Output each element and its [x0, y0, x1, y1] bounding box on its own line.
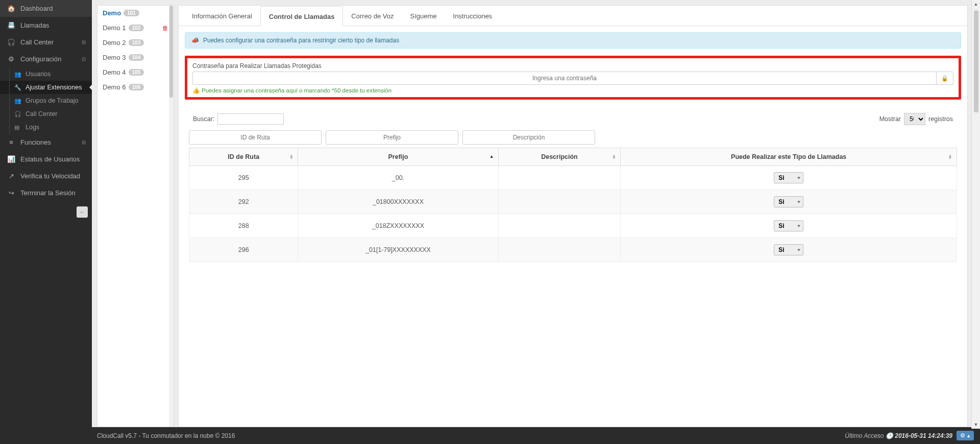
panel-scrollbar[interactable]	[169, 6, 174, 427]
sidebar-subitem-ajustar-extensiones[interactable]: 🔧 Ajustar Extensiones	[0, 81, 92, 94]
table-cell-id: 292	[189, 190, 298, 214]
sidebar-item-callcenter[interactable]: 🎧 Call Center	[0, 34, 92, 51]
users-icon: 👥	[14, 71, 21, 78]
col-header-descripcion[interactable]: Descripción ▲▼	[498, 148, 621, 166]
sidebar-item-logout[interactable]: ↪ Terminar la Sesión	[0, 184, 92, 201]
table-cell-status: Si	[621, 238, 957, 262]
table-cell-desc	[498, 166, 621, 190]
sort-icon: ▲▼	[948, 154, 952, 160]
headset-icon: 🎧	[14, 111, 21, 118]
table-cell-prefix: _018ZXXXXXXXX	[298, 214, 498, 238]
sidebar-subitem-label: Grupos de Trabajo	[26, 97, 79, 104]
sidebar-item-configuracion[interactable]: ⚙ Configuración	[0, 51, 92, 67]
extension-name: Demo 1	[103, 24, 126, 32]
tab-informacion-general[interactable]: Información General	[184, 6, 260, 26]
extension-name: Demo 6	[103, 83, 126, 91]
extension-item[interactable]: Demo 3104	[97, 50, 174, 65]
table-cell-id: 295	[189, 166, 298, 190]
sidebar-item-llamadas[interactable]: 📇 Llamadas	[0, 17, 92, 34]
footer-last-access-label: Último Acceso	[845, 432, 884, 439]
sidebar-item-label: Terminar la Sesión	[20, 189, 76, 197]
scroll-up-icon[interactable]: ▲	[974, 0, 978, 8]
can-call-select[interactable]: Si	[774, 196, 803, 207]
extension-name: Demo 2	[103, 39, 126, 46]
sidebar-subitem-label: Usuarios	[26, 71, 51, 78]
sidebar-item-dashboard[interactable]: 🏠 Dashboard	[0, 0, 92, 17]
table-row: 295_00.Si	[189, 166, 957, 190]
gears-icon: ⚙	[960, 432, 965, 439]
sidebar-subitem-grupos[interactable]: 👥 Grupos de Trabajo	[0, 94, 92, 107]
scroll-down-icon[interactable]: ▼	[974, 420, 978, 429]
sidebar-subitem-label: Ajustar Extensiones	[26, 84, 82, 91]
table-cell-id: 296	[189, 238, 298, 262]
sidebar-item-funciones[interactable]: ≡ Funciones	[0, 134, 92, 151]
filter-prefijo[interactable]	[326, 130, 458, 145]
home-icon: 🏠	[7, 5, 15, 12]
sidebar-item-estatus[interactable]: 📊 Estatus de Usuarios	[0, 151, 92, 168]
extension-badge: 103	[129, 39, 144, 46]
sidebar-subitem-label: Call Center	[26, 110, 58, 118]
search-input[interactable]	[217, 113, 284, 125]
sidebar-item-label: Dashboard	[20, 5, 53, 12]
sidebar-item-label: Configuración	[20, 55, 61, 63]
filter-descripcion[interactable]	[462, 130, 595, 145]
sidebar-subitem-callcenter[interactable]: 🎧 Call Center	[0, 107, 92, 121]
sidebar-subitem-usuarios[interactable]: 👥 Usuarios	[0, 67, 92, 81]
show-label: Mostrar	[879, 115, 901, 123]
thumbs-up-icon: 👍	[192, 87, 200, 94]
extension-badge: 105	[129, 69, 144, 76]
briefcase-icon: ≡	[7, 138, 15, 146]
password-label: Contraseña para Realizar Llamadas Proteg…	[192, 62, 953, 69]
can-call-select[interactable]: Si	[774, 244, 803, 255]
password-hint-text: Puedes asignar una contraseña aquí o mar…	[202, 87, 391, 94]
col-header-id[interactable]: ID de Ruta ▲▼	[189, 148, 298, 166]
extension-badge: 104	[129, 54, 144, 61]
password-input[interactable]	[192, 72, 937, 85]
routes-table: ID de Ruta ▲▼ Prefijo ▲ Descripción ▲▼	[189, 148, 957, 262]
tab-sigueme[interactable]: Sígueme	[402, 6, 445, 26]
sort-icon: ▲▼	[289, 154, 293, 160]
tab-correo-voz[interactable]: Correo de Voz	[343, 6, 402, 26]
lock-icon: 🔒	[941, 75, 948, 82]
tab-instrucciones[interactable]: Instrucciones	[445, 6, 501, 26]
footer-settings-button[interactable]: ⚙ ▴	[957, 431, 974, 440]
share-icon: ↗	[7, 172, 15, 180]
password-hint: 👍 Puedes asignar una contraseña aquí o m…	[192, 87, 953, 94]
clock-icon: 🕑	[886, 432, 895, 439]
main-scrollbar[interactable]: ▲ ▼	[971, 0, 980, 429]
info-alert: 📣 Puedes configurar una contraseña para …	[185, 32, 961, 49]
extension-badge: 106	[129, 84, 144, 90]
password-lock-addon: 🔒	[937, 72, 953, 85]
extension-item[interactable]: Demo 4105	[97, 65, 174, 80]
gears-icon: ⚙	[7, 55, 15, 63]
page-length-select[interactable]: 50	[904, 113, 925, 125]
list-icon: ▤	[14, 124, 21, 131]
table-cell-desc	[498, 238, 621, 262]
scrollbar-thumb[interactable]	[169, 6, 173, 98]
can-call-select[interactable]: Si	[774, 172, 803, 183]
filter-id-ruta[interactable]	[189, 130, 322, 145]
extension-item[interactable]: Demo 1102🗑	[97, 20, 174, 35]
sidebar-subitem-logs[interactable]: ▤ Logs	[0, 121, 92, 134]
table-row: 288_018ZXXXXXXXXSi	[189, 214, 957, 238]
extension-item[interactable]: Demo 6106	[97, 80, 174, 95]
caret-up-icon: ▴	[967, 432, 970, 439]
table-controls: Buscar: Mostrar 50 registros	[185, 113, 961, 125]
extension-item[interactable]: Demo101	[97, 6, 174, 20]
sidebar-item-label: Verifica tu Velocidad	[20, 172, 80, 180]
sidebar-collapse-button[interactable]: ←	[77, 206, 88, 218]
col-header-puede-realizar[interactable]: Puede Realizar este Tipo de Llamadas ▲▼	[621, 148, 957, 166]
headset-icon: 🎧	[7, 38, 15, 46]
extension-item[interactable]: Demo 2103	[97, 35, 174, 50]
arrow-left-icon: ←	[80, 209, 85, 215]
tab-control-llamadas[interactable]: Control de Llamadas	[260, 6, 344, 26]
table-row: 296_01[1-79]XXXXXXXXXSi	[189, 238, 957, 262]
column-filter-row	[185, 127, 961, 148]
table-cell-status: Si	[621, 166, 957, 190]
main-panel: Información General Control de Llamadas …	[178, 5, 968, 427]
can-call-select[interactable]: Si	[774, 220, 803, 231]
sidebar-item-velocidad[interactable]: ↗ Verifica tu Velocidad	[0, 168, 92, 184]
scrollbar-thumb[interactable]	[974, 10, 978, 112]
col-header-prefijo[interactable]: Prefijo ▲	[298, 148, 498, 166]
trash-icon[interactable]: 🗑	[162, 25, 168, 32]
